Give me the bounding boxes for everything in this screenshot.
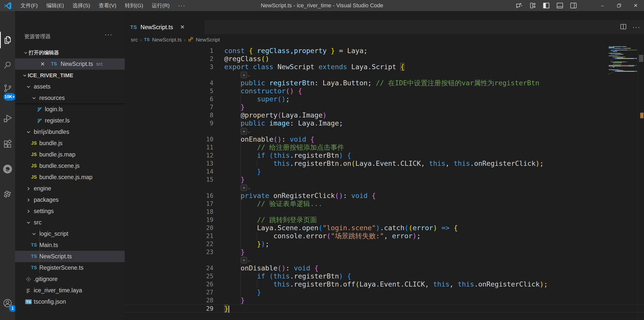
breadcrumb[interactable]: src › TS NewScript.ts › NewScript bbox=[125, 34, 644, 45]
copilot-sparkle-icon[interactable]: ✦ bbox=[241, 184, 247, 191]
breadcrumb-folder[interactable]: src bbox=[131, 37, 138, 43]
tree-item-logic-script[interactable]: logic_script bbox=[15, 228, 125, 239]
minimap[interactable] bbox=[609, 46, 637, 79]
tree-item-resources[interactable]: resources bbox=[15, 92, 125, 104]
laya-extension-icon[interactable] bbox=[0, 186, 15, 202]
tree-item-bin-js-bundles[interactable]: bin\js\bundles bbox=[15, 126, 125, 138]
tree-item-engine[interactable]: engine bbox=[15, 183, 125, 194]
code-line-13[interactable]: 13 this.registerBtn.on(Laya.Event.CLICK,… bbox=[125, 159, 644, 168]
explorer-more-actions-icon[interactable]: ··· bbox=[105, 31, 113, 38]
code-line-23[interactable]: 23 } bbox=[125, 248, 644, 256]
tab-close-icon[interactable]: ✕ bbox=[180, 24, 185, 30]
code-line-7[interactable]: 7 } bbox=[125, 103, 644, 111]
tree-item-main.ts[interactable]: TSMain.ts bbox=[15, 239, 125, 251]
code-line-19[interactable]: 19 // 跳转到登录页面 bbox=[125, 216, 644, 224]
restore-button[interactable] bbox=[611, 0, 627, 11]
inline-suggestion-hint[interactable]: ✦⌄ bbox=[125, 184, 644, 192]
tree-item-settings[interactable]: settings bbox=[15, 206, 125, 217]
line-number: 22 bbox=[125, 240, 217, 248]
code-line-22[interactable]: 22 }); bbox=[125, 240, 644, 248]
chevron-down-icon: ⌄ bbox=[248, 256, 250, 264]
line-number: 21 bbox=[125, 232, 217, 240]
code-line-27[interactable]: 27 } bbox=[125, 288, 644, 296]
code-line-21[interactable]: 21 console.error("场景跳转失败:", error); bbox=[125, 232, 644, 240]
tree-item-packages[interactable]: packages bbox=[15, 194, 125, 206]
tree-item-login.ls[interactable]: login.ls bbox=[15, 104, 125, 115]
inline-suggestion-hint[interactable]: ✦⌄ bbox=[125, 71, 644, 79]
tree-item-newscript.ts[interactable]: TSNewScript.ts bbox=[15, 251, 125, 262]
breadcrumb-symbol[interactable]: NewScript bbox=[196, 37, 220, 43]
customize-layout-icon[interactable] bbox=[528, 1, 538, 10]
code-line-14[interactable]: 14 } bbox=[125, 168, 644, 176]
open-editor-item-newscript[interactable]: ✕ TS NewScript.ts src bbox=[15, 58, 125, 70]
tree-item-assets[interactable]: assets bbox=[15, 81, 125, 92]
close-window-button[interactable]: ✕ bbox=[627, 0, 644, 11]
code-line-4[interactable]: 4 public registerBtn: Laya.Button; // 在I… bbox=[125, 79, 644, 87]
code-line-6[interactable]: 6 super(); bbox=[125, 95, 644, 103]
code-line-29[interactable]: 29} bbox=[125, 304, 644, 312]
copilot-chat-icon[interactable] bbox=[514, 1, 524, 10]
code-line-2[interactable]: 2@regClass() bbox=[125, 55, 644, 63]
tree-item-ice-river-time.laya[interactable]: ice_river_time.laya bbox=[15, 285, 125, 296]
copilot-sparkle-icon[interactable]: ✦ bbox=[241, 72, 247, 78]
code-line-3[interactable]: 3export class NewScript extends Laya.Scr… bbox=[125, 63, 644, 71]
run-debug-icon[interactable] bbox=[0, 110, 15, 127]
tree-item-register.ls[interactable]: register.ls bbox=[15, 115, 125, 126]
open-editors-section-header[interactable]: 打开的编辑器 bbox=[15, 47, 125, 58]
menu-编辑[interactable]: 编辑(E) bbox=[42, 0, 68, 11]
inline-suggestion-hint[interactable]: ✦⌄ bbox=[125, 127, 644, 135]
menu-文件[interactable]: 文件(F) bbox=[16, 0, 42, 11]
copilot-sparkle-icon[interactable]: ✦ bbox=[241, 257, 247, 263]
code-line-1[interactable]: 1const { regClass,property } = Laya; bbox=[125, 47, 644, 55]
code-line-25[interactable]: 25 if (this.registerBtn) { bbox=[125, 272, 644, 280]
close-editor-icon[interactable]: ✕ bbox=[40, 61, 45, 67]
code-line-11[interactable]: 11 // 给注册按钮添加点击事件 bbox=[125, 143, 644, 151]
breadcrumb-file[interactable]: NewScript.ts bbox=[152, 37, 182, 43]
menu-查看[interactable]: 查看(V) bbox=[94, 0, 121, 11]
menu-运行[interactable]: 运行(R) bbox=[147, 0, 174, 11]
search-icon[interactable] bbox=[0, 57, 15, 73]
tree-item-bundle.js.map[interactable]: JSbundle.js.map bbox=[15, 149, 125, 160]
code-line-10[interactable]: 10 onEnable(): void { bbox=[125, 135, 644, 143]
code-line-24[interactable]: 24 onDisable(): void { bbox=[125, 264, 644, 272]
code-line-15[interactable]: 15 } bbox=[125, 176, 644, 184]
toggle-panel-icon[interactable] bbox=[555, 1, 565, 10]
tree-item-tsconfig.json[interactable]: TStsconfig.json bbox=[15, 296, 125, 307]
tree-item-src[interactable]: src bbox=[15, 217, 125, 228]
tree-item-bundle.js[interactable]: JSbundle.js bbox=[15, 138, 125, 149]
tree-item-bundle.scene.js.map[interactable]: JSbundle.scene.js.map bbox=[15, 172, 125, 183]
editor-group: TS NewScript.ts ✕ ··· src › TS NewScript… bbox=[125, 11, 644, 320]
code-line-28[interactable]: 28 } bbox=[125, 296, 644, 304]
minimize-button[interactable]: – bbox=[594, 0, 611, 11]
inline-suggestion-hint[interactable]: ✦⌄ bbox=[125, 256, 644, 264]
code-line-12[interactable]: 12 if (this.registerBtn) { bbox=[125, 151, 644, 159]
settings-gear-icon[interactable] bbox=[0, 316, 15, 320]
toggle-primary-sidebar-icon[interactable] bbox=[541, 1, 551, 10]
code-line-16[interactable]: 16 private onRegisterClick(): void { bbox=[125, 192, 644, 200]
menu-转到[interactable]: 转到(G) bbox=[121, 0, 147, 11]
code-line-8[interactable]: 8 @property(Laya.Image) bbox=[125, 111, 644, 119]
typescript-file-icon: TS bbox=[31, 243, 37, 248]
code-editor[interactable]: 1const { regClass,property } = Laya;2@re… bbox=[125, 45, 644, 312]
code-line-26[interactable]: 26 this.registerBtn.off(Laya.Event.CLICK… bbox=[125, 280, 644, 288]
edge-browser-icon[interactable] bbox=[0, 161, 15, 177]
split-editor-icon[interactable] bbox=[620, 23, 627, 31]
tree-item-registerscene.ts[interactable]: TSRegisterScene.ts bbox=[15, 262, 125, 273]
editor-more-actions-icon[interactable]: ··· bbox=[632, 23, 640, 31]
tree-item-bundle.scene.js[interactable]: JSbundle.scene.js bbox=[15, 160, 125, 172]
code-line-9[interactable]: 9 public image: Laya.Image; bbox=[125, 119, 644, 127]
menu-选择[interactable]: 选择(S) bbox=[68, 0, 94, 11]
tab-newscript[interactable]: TS NewScript.ts ✕ bbox=[125, 20, 205, 34]
toggle-secondary-sidebar-icon[interactable] bbox=[568, 1, 578, 10]
code-line-18[interactable]: 18 bbox=[125, 208, 644, 216]
menu-overflow-button[interactable]: ··· bbox=[174, 0, 189, 11]
tree-item-.gitignore[interactable]: .gitignore bbox=[15, 273, 125, 285]
explorer-icon[interactable] bbox=[0, 32, 15, 48]
vertical-scrollbar[interactable] bbox=[639, 55, 643, 62]
extensions-icon[interactable] bbox=[0, 136, 15, 152]
code-line-5[interactable]: 5 constructor() { bbox=[125, 87, 644, 95]
workspace-root-header[interactable]: ICE_RIVER_TIME bbox=[15, 70, 125, 81]
code-line-17[interactable]: 17 // 验证表单逻辑... bbox=[125, 200, 644, 208]
code-line-20[interactable]: 20 Laya.Scene.open("login.scene").catch(… bbox=[125, 224, 644, 232]
copilot-sparkle-icon[interactable]: ✦ bbox=[241, 128, 247, 135]
